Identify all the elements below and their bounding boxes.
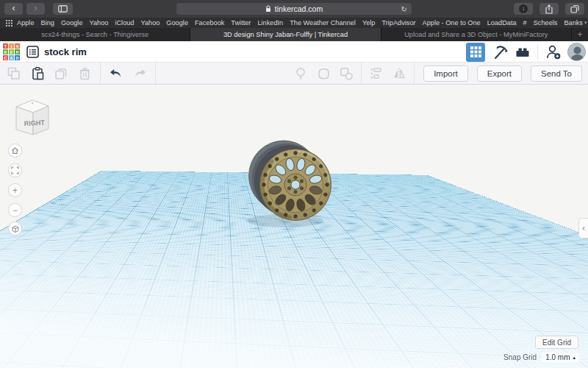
properties-menu-icon bbox=[26, 46, 39, 58]
app-header: TINKERCAD stock rim bbox=[0, 41, 588, 63]
avatar[interactable] bbox=[567, 43, 586, 61]
logo-letter-cell: C bbox=[3, 55, 8, 60]
export-button[interactable]: Export bbox=[477, 66, 522, 82]
mirror-button[interactable] bbox=[391, 66, 407, 82]
bookmark-item[interactable]: # bbox=[523, 19, 527, 26]
downloads-button[interactable]: ↓ bbox=[514, 3, 533, 15]
copy-button[interactable] bbox=[6, 66, 22, 82]
bookmark-item[interactable]: Google bbox=[166, 19, 188, 26]
duplicate-button[interactable] bbox=[53, 66, 69, 82]
bookmarks-grid-icon[interactable] bbox=[6, 20, 12, 26]
bookmark-item[interactable]: Google bbox=[61, 19, 83, 26]
toolbar-divider bbox=[361, 63, 362, 84]
logo-letter-cell: A bbox=[9, 55, 14, 60]
forward-button[interactable]: › bbox=[26, 3, 45, 15]
paste-button[interactable] bbox=[29, 66, 46, 82]
avatar-silhouette-icon bbox=[568, 43, 586, 61]
bookmark-item[interactable]: iCloud bbox=[115, 19, 134, 26]
bookmark-item[interactable]: LinkedIn bbox=[257, 19, 283, 26]
toolbar-divider bbox=[155, 63, 156, 84]
caret-up-icon: ▴ bbox=[573, 355, 576, 361]
perspective-toggle-button[interactable] bbox=[8, 222, 22, 236]
address-bar[interactable]: tinkercad.com ↻ bbox=[176, 3, 412, 15]
duplicate-icon bbox=[54, 66, 68, 81]
header-divider bbox=[537, 45, 538, 60]
bookmark-item[interactable]: Scheels bbox=[534, 19, 558, 26]
new-tab-button[interactable]: + bbox=[572, 28, 588, 41]
group-icon bbox=[316, 66, 331, 81]
group-button[interactable] bbox=[315, 66, 331, 82]
snap-grid-value: 1.0 mm bbox=[545, 353, 570, 361]
invite-user-button[interactable] bbox=[545, 44, 561, 60]
copy-icon bbox=[7, 66, 21, 81]
design-properties-button[interactable] bbox=[26, 46, 39, 58]
tinker-button[interactable] bbox=[492, 44, 508, 60]
bookmark-item[interactable]: Apple - One to One bbox=[423, 19, 481, 26]
address-text: tinkercad.com bbox=[275, 4, 323, 13]
import-button[interactable]: Import bbox=[423, 66, 468, 82]
undo-button[interactable] bbox=[108, 66, 124, 82]
delete-button[interactable] bbox=[76, 66, 93, 82]
zoom-out-label: − bbox=[12, 205, 18, 216]
show-all-button[interactable] bbox=[293, 66, 309, 82]
send-to-button[interactable]: Send To bbox=[531, 66, 582, 82]
logo-letter-cell: N bbox=[15, 43, 20, 49]
panel-collapse-icon: ‹ bbox=[582, 223, 585, 233]
caret-down-icon: ▾ bbox=[584, 20, 587, 26]
zoom-out-button[interactable]: − bbox=[8, 203, 22, 217]
mirror-icon bbox=[392, 66, 406, 81]
logo-letter-cell: D bbox=[15, 55, 20, 60]
bookmarks-bar: AppleBingGoogleYahooiCloudYahooGoogleFac… bbox=[0, 18, 588, 28]
bookmark-item[interactable]: LoadData bbox=[487, 19, 517, 26]
fit-view-icon bbox=[11, 166, 19, 174]
logo-letter-cell: R bbox=[15, 49, 20, 54]
edit-grid-button[interactable]: Edit Grid bbox=[535, 336, 578, 349]
bookmark-item[interactable]: Yahoo bbox=[90, 19, 109, 26]
bookmark-item[interactable]: The Weather Channel bbox=[290, 19, 356, 26]
tabs-overview-button[interactable] bbox=[565, 3, 584, 15]
tabs-icon bbox=[570, 4, 579, 13]
bookmark-item[interactable]: Twitter bbox=[231, 19, 251, 26]
rim-3d-model bbox=[243, 131, 345, 241]
tinkercad-logo[interactable]: TINKERCAD bbox=[3, 43, 20, 60]
edit-icon-group bbox=[0, 63, 156, 84]
share-button[interactable] bbox=[539, 3, 559, 15]
lock-icon bbox=[265, 5, 271, 13]
sidebar-toggle-button[interactable] bbox=[53, 3, 73, 15]
snap-grid-dropdown[interactable]: 1.0 mm ▴ bbox=[542, 353, 579, 362]
bookmark-item[interactable]: Bing bbox=[41, 19, 54, 26]
refresh-icon[interactable]: ↻ bbox=[401, 5, 407, 13]
bookmark-item[interactable]: Apple bbox=[17, 19, 35, 26]
browser-tab[interactable]: 3D design Shiny Jaban-Fulffy | Tinkercad bbox=[190, 28, 381, 41]
perspective-cube-icon bbox=[11, 224, 20, 233]
back-button[interactable]: ‹ bbox=[4, 3, 23, 15]
bookmark-item[interactable]: Yahoo bbox=[140, 19, 159, 26]
fit-view-button[interactable] bbox=[8, 163, 22, 177]
zoom-in-button[interactable]: + bbox=[8, 183, 22, 197]
view-cube[interactable]: RIGHT bbox=[4, 91, 57, 139]
bookmark-item[interactable]: Yelp bbox=[362, 19, 376, 26]
bricks-button[interactable] bbox=[514, 44, 531, 60]
home-view-button[interactable] bbox=[8, 144, 22, 158]
lightbulb-icon bbox=[293, 66, 308, 81]
toolbar-divider bbox=[414, 63, 415, 84]
ungroup-button[interactable] bbox=[338, 66, 354, 82]
snap-grid-label: Snap Grid bbox=[503, 353, 537, 361]
browser-tab[interactable]: scx24-things - Search - Thingiverse bbox=[0, 28, 190, 41]
model-stock-rim[interactable] bbox=[243, 131, 345, 241]
design-canvas[interactable]: Workplane RIGHT + − ‹ Edit Grid Snap Gri… bbox=[0, 85, 588, 368]
bookmark-item[interactable]: TripAdvisor bbox=[381, 19, 415, 26]
toolbar-divider bbox=[100, 63, 101, 84]
workplane-label: Workplane bbox=[47, 180, 95, 204]
shapes-panel-toggle[interactable]: ‹ bbox=[578, 218, 588, 238]
redo-button[interactable] bbox=[132, 66, 148, 82]
bookmark-item[interactable]: Facebook bbox=[195, 19, 224, 26]
app-toolbar: Import Export Send To bbox=[0, 63, 588, 85]
align-button[interactable] bbox=[368, 66, 384, 82]
dashboard-button[interactable] bbox=[466, 43, 485, 62]
bookmark-item[interactable]: Banks▾ bbox=[564, 19, 587, 26]
trash-icon bbox=[77, 66, 92, 81]
snap-grid-control: Snap Grid 1.0 mm ▴ bbox=[503, 353, 579, 362]
browser-tab[interactable]: Upload and Share a 3D Object - MyMiniFac… bbox=[381, 28, 572, 41]
ungroup-icon bbox=[339, 66, 354, 81]
